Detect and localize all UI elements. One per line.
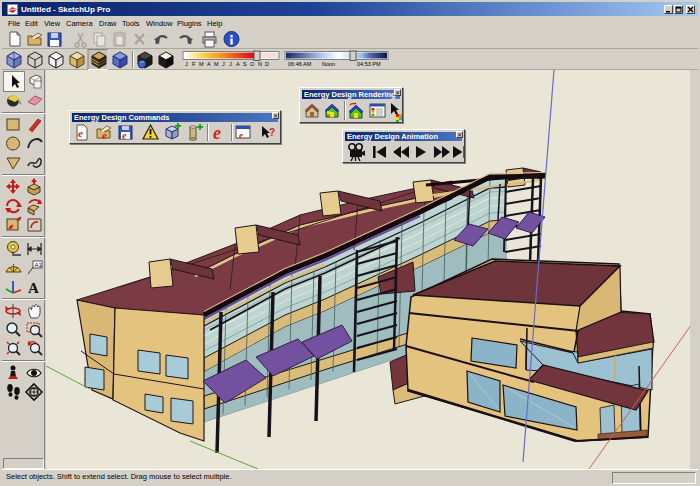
svg-text:04:53 PM: 04:53 PM bbox=[357, 61, 381, 67]
svg-text:?: ? bbox=[269, 127, 275, 138]
svg-text:e: e bbox=[239, 130, 243, 140]
svg-text:N: N bbox=[258, 61, 262, 67]
svg-text:06:46 AM: 06:46 AM bbox=[288, 61, 312, 67]
svg-text:J: J bbox=[185, 61, 188, 67]
svg-text:S: S bbox=[243, 61, 247, 67]
svg-text:e: e bbox=[102, 129, 107, 141]
svg-text:M: M bbox=[199, 61, 204, 67]
svg-text:e: e bbox=[213, 123, 221, 143]
svg-text:A: A bbox=[207, 61, 211, 67]
svg-text:A: A bbox=[28, 280, 39, 296]
svg-text:e: e bbox=[78, 127, 83, 139]
svg-text:D: D bbox=[265, 61, 269, 67]
svg-text:O: O bbox=[250, 61, 255, 67]
svg-text:A1: A1 bbox=[35, 262, 43, 268]
svg-text:A: A bbox=[236, 61, 240, 67]
svg-text:M: M bbox=[214, 61, 219, 67]
svg-text:Noon: Noon bbox=[322, 61, 335, 67]
svg-text:e: e bbox=[122, 130, 127, 141]
svg-text:J: J bbox=[222, 61, 225, 67]
svg-text:F: F bbox=[192, 61, 196, 67]
svg-text:J: J bbox=[229, 61, 232, 67]
